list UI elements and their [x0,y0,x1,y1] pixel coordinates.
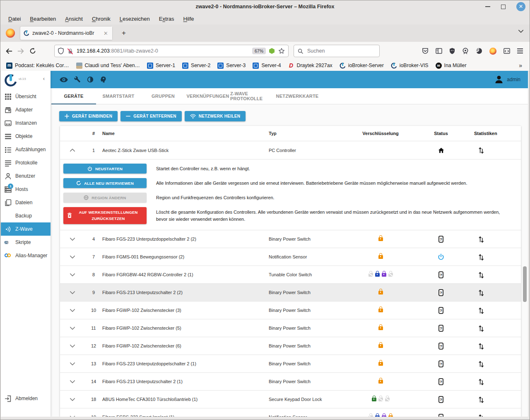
expand-row-button[interactable] [60,398,85,401]
bookmark-item[interactable]: Server-4 [253,63,281,69]
url-bar[interactable]: 192.168.4.203:8081/#tab-zwave2-0 67% [54,45,289,57]
expand-row-button[interactable] [60,380,85,384]
statistics-icon[interactable] [472,360,521,367]
sidebar-item-adapter[interactable]: Adapter [1,103,51,116]
expand-row-button[interactable] [60,415,85,417]
search-input[interactable] [306,48,366,54]
statistics-icon[interactable] [472,289,521,296]
bookmark-item[interactable]: ioBroker-Server [340,63,384,69]
statistics-icon[interactable] [472,147,521,154]
bookmark-item[interactable]: Server-1 [147,63,175,69]
statistics-icon[interactable] [472,253,521,261]
statistics-icon[interactable] [472,378,521,385]
tab-zwave-protokolle[interactable]: Z-WAVE PROTOKOLLE [230,88,275,104]
window-titlebar[interactable]: zwave2-0 - Nordmanns-ioBroker-Server – M… [0,0,530,13]
back-icon[interactable] [5,48,12,55]
bookmark-item[interactable]: mPodcast: Kekulés Cor… [6,63,69,69]
visibility-eye-icon[interactable] [60,77,68,82]
maximize-button[interactable] [501,5,506,9]
bookmark-item[interactable]: ioBroker-VIS [391,63,429,69]
sidebar-collapse-icon[interactable]: ‹ [43,75,45,82]
hamburger-menu-icon[interactable] [517,48,523,53]
expand-row-button[interactable] [60,291,85,294]
statistics-icon[interactable] [472,325,521,332]
privacy-badger-icon[interactable] [449,48,455,54]
table-row[interactable]: 10 Fibaro FGWP-102 Zwischenstecker (3) B… [60,301,521,319]
table-row[interactable]: 13 Fibaro FGS-223 Unterputzdoppelschalte… [60,355,521,372]
browser-tab[interactable]: zwave2-0 - Nordmanns-ioBr ✕ [20,26,113,40]
sidebar-item-aufzaehlungen[interactable]: Aufzählungen [1,143,51,156]
bookmark-item[interactable]: Server-3 [217,63,246,69]
zoom-level-badge[interactable]: 67% [252,48,266,54]
webcam-extension-icon[interactable] [462,48,469,54]
bookmark-item[interactable]: DDraytek 2927ax [288,63,332,69]
change-region-button[interactable]: REGION ÄNDERN [63,193,147,203]
menu-chronik[interactable]: Chronik [88,14,114,23]
menu-datei[interactable]: Datei [5,14,24,23]
sidebar-item-skripte[interactable]: JSSkripte [1,236,51,249]
table-row[interactable]: 14 Fibaro FGS-213 Unterputzschalter 2 (1… [60,372,521,390]
tracking-shield-icon[interactable] [58,48,64,54]
bookmarks-overflow-chevron[interactable]: » [519,62,530,69]
statistics-icon[interactable] [472,396,521,403]
extension-hexagon-icon[interactable] [269,48,275,54]
page-scrollbar-thumb[interactable] [523,266,527,302]
pocket-icon[interactable] [422,48,429,54]
expand-row-button[interactable] [60,326,85,330]
sidebar-item-dateien[interactable]: Dateien [1,196,51,209]
statistics-icon[interactable] [472,271,521,278]
statistics-icon[interactable] [472,236,521,243]
search-bar[interactable] [294,45,380,57]
expand-row-button[interactable] [60,237,85,241]
list-all-tabs-icon[interactable] [518,29,524,33]
table-row[interactable]: 19 Fibaro FGBS-222 Smart Implant (1) Not… [60,408,521,417]
bookmark-item[interactable]: IMIna Müller [436,63,467,69]
reinterview-all-button[interactable]: ALLE NEU INTERVIEWEN [63,178,147,188]
factory-reset-button[interactable]: AUF WERKSEINSTELLUNGEN ZURÜCKSETZEN [63,207,147,224]
minimize-button[interactable] [485,6,490,7]
sidebar-item-instanzen[interactable]: Instanzen [1,116,51,130]
menu-extras[interactable]: Extras [155,14,178,23]
bookmark-star-icon[interactable] [278,48,285,54]
menu-ansicht[interactable]: Ansicht [61,14,87,23]
url-text[interactable]: 192.168.4.203:8081/#tab-zwave2-0 [77,48,252,54]
tab-netzwerkkarte[interactable]: NETZWERKKARTE [275,88,320,104]
menu-bearbeiten[interactable]: Bearbeiten [26,14,60,23]
expand-row-button[interactable] [60,255,85,259]
heal-network-button[interactable]: NETZWERK HEILEN [185,111,246,121]
tab-smartstart[interactable]: SMARTSTART [96,88,141,104]
sidebar-item-hosts[interactable]: 1Hosts [1,183,51,196]
sidebar-toggle-icon[interactable] [436,48,442,54]
table-row[interactable]: 11 Fibaro FGWP-102 Zwischenstecker (5) B… [60,319,521,337]
sidebar-item-backup[interactable]: Backup [1,209,51,222]
expand-row-button[interactable] [60,344,85,348]
expand-row-button[interactable] [60,362,85,366]
expert-mode-icon[interactable] [100,76,106,83]
container-fox-icon[interactable] [489,48,496,55]
bookmark-item[interactable]: Claudi und Tess' Aben… [76,63,140,69]
bookmark-item[interactable]: Server-2 [182,63,210,69]
reload-icon[interactable] [29,48,36,54]
menu-lesezeichen[interactable]: Lesezeichen [116,14,154,23]
expand-row-button[interactable] [60,309,85,312]
table-row[interactable]: 9 Fibaro FGS-213 Unterputzschalter 2 (2)… [60,283,521,301]
close-button[interactable]: ✕ [516,2,525,11]
statistics-icon[interactable] [472,414,521,417]
table-row[interactable]: 1 Aeotec Z-Stick Zwave USB-Stick PC Cont… [60,141,521,159]
table-row[interactable]: 12 Fibaro FGWP-102 Zwischenstecker (6) B… [60,337,521,355]
table-row[interactable]: 4 Fibaro FGS-223 Unterputzdoppelschalter… [60,230,521,248]
tab-geraete[interactable]: GERÄTE [51,88,96,104]
expand-row-button[interactable] [60,273,85,277]
statistics-icon[interactable] [472,343,521,350]
include-device-button[interactable]: GERÄT EINBINDEN [59,111,118,121]
new-tab-button[interactable]: + [118,28,129,38]
table-row[interactable]: 18 ABUS HomeTec CFA3010 Türschloßantrieb… [60,390,521,408]
tab-gruppen[interactable]: GRUPPEN [141,88,186,104]
sidebar-item-objekte[interactable]: Objekte [1,130,51,143]
sidebar-item-uebersicht[interactable]: Übersicht [1,90,51,103]
sidebar-item-alias-manager[interactable]: Alias-Manager [1,249,51,262]
insecure-lock-icon[interactable] [67,48,73,54]
logout-button[interactable]: Abmelden [1,392,54,405]
restart-controller-button[interactable]: NEUSTARTEN [63,164,147,174]
forward-icon[interactable] [17,48,24,55]
